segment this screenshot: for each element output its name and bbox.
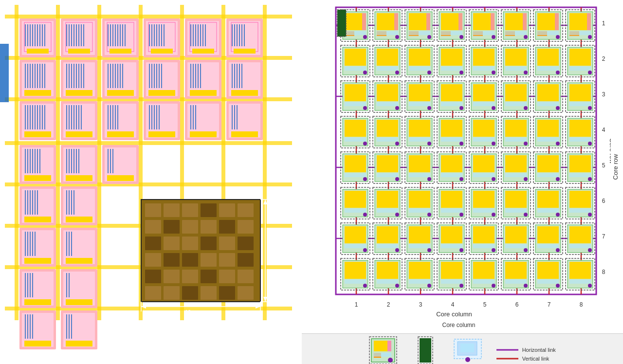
svg-rect-463 xyxy=(555,13,559,30)
svg-rect-736 xyxy=(473,280,495,284)
svg-point-437 xyxy=(427,35,431,39)
svg-point-732 xyxy=(459,284,463,288)
svg-point-451 xyxy=(492,35,495,39)
svg-point-632 xyxy=(588,177,592,181)
svg-point-423 xyxy=(363,35,367,39)
svg-rect-283 xyxy=(182,220,198,234)
svg-rect-284 xyxy=(201,220,217,234)
svg-point-642 xyxy=(395,213,399,217)
svg-point-752 xyxy=(588,284,592,288)
svg-point-512 xyxy=(588,71,592,74)
svg-point-547 xyxy=(556,106,560,110)
svg-point-652 xyxy=(459,213,463,217)
svg-rect-275 xyxy=(145,203,161,217)
svg-rect-620 xyxy=(505,155,527,172)
svg-rect-560 xyxy=(377,120,398,137)
svg-rect-516 xyxy=(345,102,366,106)
svg-point-507 xyxy=(556,71,560,74)
svg-rect-595 xyxy=(345,155,366,172)
legend-aimc-core: AIMC core xyxy=(369,336,397,364)
svg-rect-681 xyxy=(377,244,398,248)
svg-rect-696 xyxy=(473,244,495,248)
svg-rect-611 xyxy=(441,173,462,177)
svg-rect-720 xyxy=(377,262,398,279)
svg-rect-715 xyxy=(345,262,366,279)
svg-rect-282 xyxy=(164,220,180,234)
svg-rect-695 xyxy=(473,226,495,243)
svg-rect-287 xyxy=(145,237,161,250)
svg-rect-566 xyxy=(409,138,430,142)
svg-rect-181 xyxy=(148,131,175,137)
svg-text:5: 5 xyxy=(602,162,605,169)
svg-rect-496 xyxy=(473,67,495,71)
svg-rect-576 xyxy=(473,138,495,142)
svg-rect-575 xyxy=(473,120,495,137)
svg-rect-443 xyxy=(441,31,462,35)
svg-rect-665 xyxy=(537,191,559,208)
svg-rect-436 xyxy=(409,31,430,35)
left-panel: 12 mm 12 mm xyxy=(0,0,302,364)
svg-rect-285 xyxy=(219,220,235,234)
svg-rect-218 xyxy=(107,175,134,181)
svg-point-627 xyxy=(556,177,560,181)
svg-point-712 xyxy=(588,248,592,252)
svg-rect-306 xyxy=(164,286,180,300)
svg-rect-297 xyxy=(219,253,235,267)
svg-text:4: 4 xyxy=(451,301,455,308)
svg-rect-586 xyxy=(537,138,559,142)
svg-rect-165 xyxy=(66,131,92,137)
svg-rect-85 xyxy=(234,49,256,54)
svg-rect-9 xyxy=(15,5,18,320)
legend-input-buffer: Input buffer xyxy=(412,336,439,364)
x-axis-title: Core column xyxy=(309,322,608,328)
svg-rect-127 xyxy=(148,90,175,96)
svg-rect-670 xyxy=(569,191,591,208)
svg-text:2: 2 xyxy=(602,55,605,62)
svg-rect-485 xyxy=(409,49,430,66)
svg-rect-301 xyxy=(182,270,198,283)
svg-point-557 xyxy=(363,142,367,146)
svg-rect-601 xyxy=(377,173,398,177)
svg-text:1: 1 xyxy=(602,20,605,27)
svg-rect-291 xyxy=(219,237,235,250)
svg-rect-475 xyxy=(345,49,366,66)
svg-text:4: 4 xyxy=(602,127,605,133)
svg-point-672 xyxy=(588,213,592,217)
svg-text:7: 7 xyxy=(548,301,551,308)
svg-rect-449 xyxy=(491,13,495,30)
svg-rect-11 xyxy=(97,5,101,320)
svg-rect-757 xyxy=(374,341,388,351)
svg-rect-675 xyxy=(345,226,366,243)
svg-rect-741 xyxy=(505,280,527,284)
svg-rect-41 xyxy=(68,49,90,54)
svg-rect-596 xyxy=(345,173,366,177)
svg-rect-457 xyxy=(505,31,527,35)
svg-rect-292 xyxy=(238,237,254,250)
svg-rect-307 xyxy=(182,286,198,300)
svg-rect-143 xyxy=(231,90,258,96)
svg-text:3: 3 xyxy=(602,91,605,98)
svg-rect-97 xyxy=(24,90,51,96)
svg-text:8: 8 xyxy=(602,269,605,275)
svg-rect-763 xyxy=(420,338,431,363)
svg-rect-535 xyxy=(473,84,495,101)
svg-rect-676 xyxy=(345,244,366,248)
svg-rect-650 xyxy=(441,191,462,208)
svg-rect-435 xyxy=(426,13,430,30)
svg-rect-173 xyxy=(107,131,134,137)
svg-rect-721 xyxy=(377,280,398,284)
svg-rect-536 xyxy=(473,102,495,106)
svg-rect-600 xyxy=(377,155,398,172)
svg-rect-751 xyxy=(569,280,591,284)
svg-text:Core row: Core row xyxy=(608,138,611,164)
svg-rect-118 xyxy=(107,90,134,96)
svg-rect-450 xyxy=(473,31,495,35)
svg-text:7: 7 xyxy=(602,233,605,240)
svg-rect-303 xyxy=(219,270,235,283)
svg-rect-541 xyxy=(505,102,527,106)
svg-point-687 xyxy=(427,248,431,252)
svg-rect-500 xyxy=(505,49,527,66)
svg-rect-515 xyxy=(345,84,366,101)
svg-rect-630 xyxy=(569,155,591,172)
svg-rect-310 xyxy=(238,286,254,300)
